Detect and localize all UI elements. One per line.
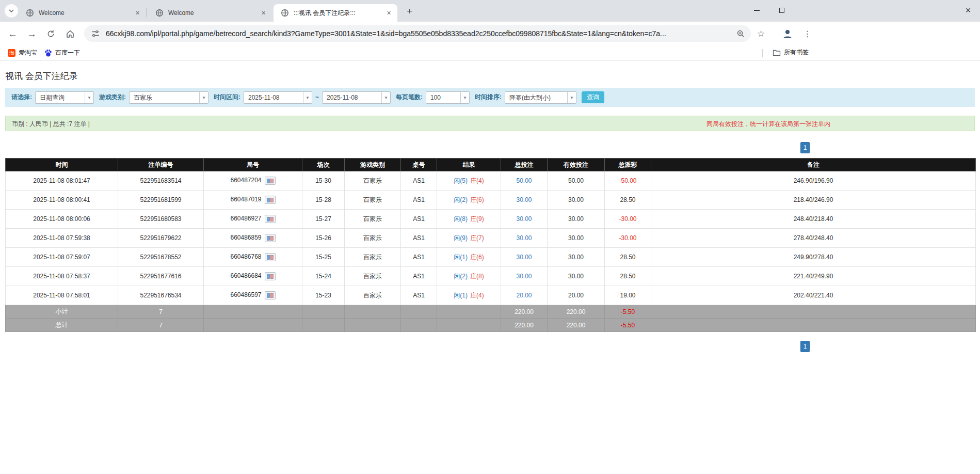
window-maximize-button[interactable] [770,0,794,21]
cell-total-bet[interactable]: 30.00 [501,267,548,286]
window-minimize-button[interactable] [745,0,768,21]
cell-total-bet[interactable]: 30.00 [501,191,548,210]
cell-note: 202.40/221.40 [651,286,976,305]
cell-total-bet[interactable]: 30.00 [501,210,548,229]
close-icon: × [966,6,971,15]
cell-result: 闲(2)庄(6) [437,191,501,210]
round-detail-icon[interactable] [265,177,276,185]
tab-close-icon[interactable]: × [259,9,268,18]
round-detail-icon[interactable] [265,215,276,223]
cell-time: 2025-11-08 07:59:38 [6,229,118,248]
chevron-down-icon: ▾ [381,92,390,103]
cell-session: 15-28 [302,191,345,210]
tab-search-button[interactable] [5,4,18,18]
table-body: 2025-11-08 08:01:47 522951683514 6604872… [6,171,976,305]
cell-total-bet[interactable]: 50.00 [501,171,548,191]
cell-total-bet[interactable]: 30.00 [501,229,548,248]
sort-select[interactable]: 降幂(由大到小) ▾ [505,91,576,104]
site-info-icon[interactable] [91,29,100,38]
tab-bet-records-active[interactable]: :::视讯 会员下注纪录::: × [274,4,397,22]
cell-result: 闲(5)庄(4) [437,171,501,191]
tab-title: :::视讯 会员下注纪录::: [294,9,380,18]
table-row: 2025-11-08 08:00:06 522951680583 6604869… [6,210,976,229]
bookmark-taobao[interactable]: 淘 爱淘宝 [4,47,41,59]
cell-game-type: 百家乐 [345,248,401,267]
round-detail-icon[interactable] [265,291,276,299]
cell-valid-bet: 30.00 [548,229,605,248]
round-detail-icon[interactable] [265,272,276,280]
column-header-session: 场次 [302,159,345,171]
cell-bet-id: 522951681599 [118,191,204,210]
cell-valid-bet: 30.00 [548,210,605,229]
round-detail-icon[interactable] [265,196,276,204]
sort-select-value: 降幂(由大到小) [505,92,567,103]
cell-game-type: 百家乐 [345,229,401,248]
round-number: 660486859 [230,234,261,241]
browser-menu-button[interactable]: ⋮ [799,25,816,42]
date-to-select[interactable]: 2025-11-08 ▾ [322,91,391,104]
summary-valid-bet: 220.00 [548,319,605,332]
bookmark-baidu[interactable]: 百度一下 [41,47,84,59]
round-number: 660487204 [230,177,261,184]
tab-welcome-1[interactable]: Welcome × [19,4,146,22]
cell-total-bet[interactable]: 30.00 [501,248,548,267]
result-player: 闲(1) [454,254,468,261]
summary-bar: 币别 : 人民币 | 总共 :7 注单 | 同局有效投注，统一计算在该局第一张注… [5,116,975,131]
address-bar[interactable]: 66cxkj98.com/ipl/portal.php/game/betreco… [84,25,751,42]
summary-empty-cell [345,305,401,319]
tab-close-icon[interactable]: × [133,9,142,18]
tab-close-icon[interactable]: × [384,9,393,18]
cell-table-no: AS1 [401,229,437,248]
round-number: 660486597 [230,291,261,298]
round-detail-icon[interactable] [265,253,276,261]
bookmark-label: 爱淘宝 [19,49,37,57]
choose-select[interactable]: 日期查询 ▾ [35,91,94,104]
profile-avatar[interactable] [779,26,795,42]
forward-button[interactable]: → [23,25,40,42]
tab-welcome-2[interactable]: Welcome × [148,4,272,22]
summary-empty-cell [437,305,501,319]
pagination-page-1-top[interactable]: 1 [800,142,810,153]
cell-payout: -30.00 [605,210,651,229]
cell-session: 15-30 [302,171,345,191]
pagination-page-1-bottom[interactable]: 1 [800,341,810,352]
all-bookmarks-button[interactable]: 所有书签 [769,46,812,58]
summary-count: 7 [118,305,204,319]
cell-bet-id: 522951676534 [118,286,204,305]
window-close-button[interactable]: × [956,0,980,21]
new-tab-button[interactable]: + [403,5,416,18]
result-banker: 庄(6) [470,196,484,203]
home-button[interactable] [61,25,78,42]
table-row: 2025-11-08 07:58:01 522951676534 6604865… [6,286,976,305]
date-from-value: 2025-11-08 [244,92,303,103]
result-banker: 庄(9) [470,215,484,223]
date-from-select[interactable]: 2025-11-08 ▾ [244,91,312,104]
round-detail-icon[interactable] [265,234,276,242]
back-button[interactable]: ← [4,25,21,42]
cell-round: 660487019 [204,191,302,210]
zoom-icon[interactable] [736,29,745,38]
game-type-select[interactable]: 百家乐 ▾ [129,91,208,104]
reload-button[interactable] [42,25,59,42]
cell-payout: 28.50 [605,248,651,267]
summary-label: 总计 [6,319,118,332]
browser-toolbar: ← → 66cxkj98.com/ipl/portal.php/game/bet… [0,22,980,45]
search-button[interactable]: 查询 [582,91,604,103]
column-header-note: 备注 [651,159,976,171]
tab-title: Welcome [168,9,255,17]
column-header-total-bet: 总投注 [501,159,548,171]
filter-bar: 请选择: 日期查询 ▾ 游戏类别: 百家乐 ▾ 时间区间: 2025-11-08… [5,88,975,107]
bookmark-star-button[interactable]: ☆ [752,25,769,42]
table-row: 2025-11-08 07:58:37 522951677616 6604866… [6,267,976,286]
cell-time: 2025-11-08 08:01:47 [6,171,118,191]
page-title: 视讯 会员下注纪录 [5,70,78,82]
cell-valid-bet: 20.00 [548,286,605,305]
summary-note-text: 同局有效投注，统一计算在该局第一张注单内 [706,120,830,129]
summary-empty-cell [401,305,437,319]
result-player: 闲(1) [454,292,468,299]
page-size-select[interactable]: 100 ▾ [426,91,470,104]
cell-total-bet[interactable]: 20.00 [501,286,548,305]
round-number: 660486684 [230,272,261,279]
all-bookmarks-label: 所有书签 [784,48,809,57]
result-banker: 庄(7) [470,234,484,242]
